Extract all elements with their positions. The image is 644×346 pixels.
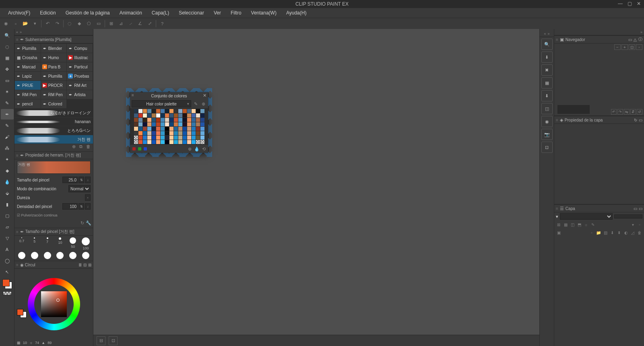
color-swatch[interactable] — [161, 127, 165, 131]
palette-edit-icon[interactable]: ✎ — [192, 101, 199, 107]
brush-variant-item[interactable]: hananan — [14, 117, 93, 126]
color-swatch[interactable] — [147, 131, 151, 135]
color-swatch[interactable] — [169, 140, 173, 144]
pressure-icon[interactable]: ↓ — [85, 203, 91, 210]
add-swatch-icon[interactable]: ⊕ — [188, 146, 192, 152]
color-swatch[interactable] — [134, 122, 138, 126]
brush-variant-item[interactable]: 거친 펜 — [14, 135, 93, 144]
color-swatch[interactable] — [187, 118, 191, 122]
size-preset[interactable]: 100 — [80, 237, 92, 250]
color-swatch[interactable] — [174, 113, 178, 117]
visible-icon[interactable]: ▣ — [556, 231, 561, 235]
transform-button[interactable]: ⬠ — [85, 19, 93, 28]
tool-airbrush[interactable]: ⁂ — [1, 143, 14, 153]
color-swatch[interactable] — [165, 140, 169, 144]
footer-swatch-red[interactable] — [132, 147, 136, 150]
color-swatch[interactable] — [183, 140, 187, 144]
color-swatch[interactable] — [138, 113, 142, 117]
navigator-thumb[interactable] — [557, 105, 590, 114]
actual-icon[interactable]: ▫ — [636, 44, 642, 50]
color-swatch[interactable] — [138, 140, 142, 144]
clipstudio-icon[interactable]: ◉ — [2, 19, 10, 28]
color-swatch[interactable] — [152, 140, 156, 144]
color-swatch[interactable] — [138, 131, 142, 135]
add-brush-icon[interactable]: ⊕ — [70, 144, 77, 151]
size-preset[interactable]: 7 — [41, 237, 54, 250]
tool-brush[interactable]: 🖌 — [1, 132, 14, 142]
tab-prev-icon[interactable]: « — [544, 32, 546, 36]
grip-icon[interactable]: ≡ — [16, 153, 19, 158]
merge-icon[interactable]: ⬍ — [616, 231, 622, 235]
nav-tab-icon[interactable]: ▭ — [628, 37, 632, 42]
color-swatch[interactable] — [174, 127, 178, 131]
dock-more-icon[interactable]: ⊡ — [541, 142, 553, 153]
color-swatch[interactable] — [161, 109, 165, 113]
footer-swatch-green[interactable] — [138, 147, 141, 150]
clip-icon[interactable]: ⬒ — [576, 222, 582, 227]
color-swatch[interactable] — [187, 131, 191, 135]
color-slider-icon[interactable]: ⊟ — [83, 263, 87, 267]
palette-close-icon[interactable]: ✕ — [203, 93, 206, 98]
flip-v-icon[interactable]: ⇵ — [630, 109, 636, 115]
color-swatch[interactable] — [134, 127, 138, 131]
color-swatch[interactable] — [152, 109, 156, 113]
color-swatch[interactable] — [147, 127, 151, 131]
grip-icon[interactable]: ≡ — [556, 118, 558, 122]
color-swatch[interactable] — [187, 109, 191, 113]
tool-ruler[interactable]: ▽ — [1, 233, 14, 243]
subtool-item[interactable]: ▶Illustrac — [67, 53, 93, 62]
subtool-item[interactable]: ✒Artista — [67, 90, 93, 99]
color-swatch[interactable] — [143, 136, 147, 140]
color-swatch[interactable] — [165, 109, 169, 113]
mini-swatch[interactable] — [17, 309, 27, 318]
footer-swatch-blue[interactable] — [144, 147, 147, 150]
color-swatch[interactable] — [161, 122, 165, 126]
color-swatch[interactable] — [196, 113, 200, 117]
color-swatch[interactable] — [196, 127, 200, 131]
fit-icon[interactable]: ⊡ — [629, 44, 635, 50]
color-swatch[interactable] — [138, 127, 142, 131]
menu-view[interactable]: Ver — [209, 8, 226, 17]
tool-pen[interactable]: ✒ — [1, 109, 14, 119]
pressure-icon[interactable]: ↓ — [85, 177, 91, 183]
grip-icon[interactable]: ≡ — [16, 230, 19, 234]
transfer-icon[interactable]: ⬇ — [609, 231, 615, 235]
tool-eraser[interactable]: ◆ — [1, 165, 14, 176]
dock-pattern-icon[interactable]: ▦ — [541, 77, 553, 89]
color-list-icon[interactable]: ≣ — [78, 263, 82, 267]
grip-icon[interactable]: ≡ — [556, 37, 558, 42]
color-swatch[interactable] — [178, 131, 182, 135]
expand-icon[interactable]: › — [85, 194, 91, 201]
subtool-item[interactable]: ✒Marcad — [15, 62, 41, 71]
redo-button[interactable]: ↷ — [53, 19, 62, 28]
dock-search-icon[interactable]: 🔍 — [541, 39, 553, 50]
color-swatch[interactable] — [192, 113, 196, 117]
menu-file[interactable]: Archivo(F) — [3, 8, 35, 17]
color-swatch[interactable] — [183, 118, 187, 122]
color-swatch[interactable] — [174, 136, 178, 140]
duplicate-brush-icon[interactable]: ⧉ — [78, 144, 84, 151]
color-swatch[interactable] — [152, 118, 156, 122]
subtool-item[interactable]: ✒Particul — [67, 62, 93, 71]
delete-layer-icon[interactable]: 🗑 — [637, 231, 642, 235]
size-preset[interactable] — [69, 252, 76, 259]
color-swatch[interactable] — [192, 118, 196, 122]
delete-brush-icon[interactable]: 🗑 — [85, 144, 91, 151]
reset-view-icon[interactable]: ↺ — [637, 109, 642, 115]
timeline-toggle-icon[interactable]: ⊟ — [97, 336, 105, 345]
tool-figure[interactable]: ▢ — [1, 210, 14, 221]
dock-material-icon[interactable]: ✖ — [541, 64, 553, 76]
color-swatch[interactable] — [134, 113, 138, 117]
color-swatch[interactable] — [169, 127, 173, 131]
color-swatch[interactable] — [174, 140, 178, 144]
view-toggle-icon[interactable]: ⊡ — [109, 336, 118, 345]
color-swatch[interactable] — [138, 122, 142, 126]
size-preset[interactable] — [18, 252, 25, 259]
color-swatch[interactable] — [196, 131, 200, 135]
tool-operation[interactable]: ▦ — [1, 53, 14, 63]
color-swatch[interactable] — [183, 127, 187, 131]
subtool-item[interactable]: ✒pencil — [15, 99, 41, 108]
brush-size-input[interactable] — [62, 177, 78, 183]
open-button[interactable]: 📂 — [21, 19, 30, 28]
subtool-item[interactable]: ✒Plumilla — [41, 72, 67, 80]
